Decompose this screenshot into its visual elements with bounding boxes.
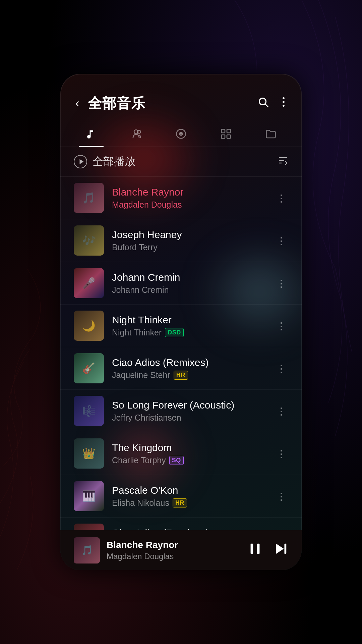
quality-badge: HR — [174, 371, 188, 380]
song-title: Ciao Adios (Remixes) — [112, 527, 266, 530]
artist-name: Jaqueline Stehr — [112, 370, 170, 380]
svg-rect-13 — [227, 135, 231, 139]
back-button[interactable]: ‹ — [74, 95, 81, 112]
svg-rect-19 — [257, 543, 260, 554]
song-title: Blanche Raynor — [112, 186, 266, 198]
song-more-button[interactable]: ⋮ — [275, 189, 288, 207]
song-more-button[interactable]: ⋮ — [275, 317, 288, 335]
svg-rect-10 — [222, 129, 225, 133]
now-playing-info: Blanche Raynor Magdalen Douglas — [107, 540, 241, 561]
playback-controls — [247, 541, 288, 560]
list-item[interactable]: 🎹 Pascale O'Kon Elisha Nikolaus HR ⋮ — [60, 475, 302, 518]
svg-marker-20 — [276, 543, 284, 554]
song-thumbnail: 🌙 — [74, 311, 104, 341]
thumb-icon: 🎹 — [74, 481, 104, 511]
svg-point-9 — [181, 133, 182, 135]
sort-button[interactable] — [278, 155, 288, 168]
play-all-button[interactable]: 全部播放 — [74, 154, 278, 169]
song-info: Johann Cremin Johann Cremin — [112, 272, 266, 295]
tab-artists[interactable] — [115, 123, 157, 147]
song-title: Johann Cremin — [112, 272, 266, 283]
song-list: 🎵 Blanche Raynor Magdalen Douglas ⋮ 🎶 Jo… — [60, 177, 302, 530]
song-info: Pascale O'Kon Elisha Nikolaus HR — [112, 485, 266, 508]
song-info: The Kingdom Charlie Torphy SQ — [112, 442, 266, 465]
song-info: So Long Forever (Acoustic) Jeffry Christ… — [112, 399, 266, 423]
thumb-icon: 🎺 — [74, 524, 104, 530]
song-info: Night Thinker Night Thinker DSD — [112, 314, 266, 337]
list-item[interactable]: 🌙 Night Thinker Night Thinker DSD ⋮ — [60, 305, 302, 347]
svg-point-4 — [283, 105, 285, 107]
song-thumbnail: 🎤 — [74, 268, 104, 298]
thumb-icon: 👑 — [74, 438, 104, 469]
song-more-button[interactable]: ⋮ — [275, 487, 288, 505]
song-thumbnail: 🎸 — [74, 353, 104, 383]
thumb-icon: 🎸 — [74, 353, 104, 383]
svg-rect-11 — [227, 129, 231, 133]
artist-name: Johann Cremin — [112, 285, 169, 295]
header: ‹ 全部音乐 — [60, 74, 302, 119]
song-more-button[interactable]: ⋮ — [275, 359, 288, 378]
pause-button[interactable] — [247, 541, 263, 560]
list-item[interactable]: 🎼 So Long Forever (Acoustic) Jeffry Chri… — [60, 390, 302, 432]
song-artist: Johann Cremin — [112, 285, 266, 295]
song-thumbnail: 👑 — [74, 438, 104, 469]
list-item[interactable]: 🎤 Johann Cremin Johann Cremin ⋮ — [60, 262, 302, 305]
quality-badge: HR — [173, 498, 187, 507]
svg-point-2 — [283, 97, 285, 99]
now-playing-thumbnail: 🎵 — [74, 537, 100, 564]
song-info: Ciao Adios (Remixes) Willis Osinski — [112, 527, 266, 530]
song-artist: Jeffry Christiansen — [112, 413, 266, 423]
song-info: Joseph Heaney Buford Terry — [112, 229, 266, 252]
song-artist: Buford Terry — [112, 243, 266, 252]
header-actions — [257, 96, 288, 111]
list-item[interactable]: 👑 The Kingdom Charlie Torphy SQ ⋮ — [60, 432, 302, 475]
tab-songs[interactable] — [70, 123, 112, 147]
song-thumbnail: 🎵 — [74, 183, 104, 213]
quality-badge: DSD — [165, 328, 184, 337]
song-artist: Elisha Nikolaus HR — [112, 498, 266, 508]
song-title: Night Thinker — [112, 314, 266, 326]
more-options-button[interactable] — [279, 96, 288, 111]
song-more-button[interactable]: ⋮ — [275, 231, 288, 250]
song-thumbnail: 🎹 — [74, 481, 104, 511]
svg-point-3 — [283, 101, 285, 103]
thumb-icon: 🌙 — [74, 311, 104, 341]
artist-name: Elisha Nikolaus — [112, 498, 169, 508]
list-item[interactable]: 🎵 Blanche Raynor Magdalen Douglas ⋮ — [60, 177, 302, 219]
thumb-icon: 🎶 — [74, 225, 104, 256]
song-thumbnail: 🎼 — [74, 396, 104, 426]
now-playing-artist: Magdalen Douglas — [107, 552, 241, 561]
tab-folders[interactable] — [250, 123, 292, 147]
list-item[interactable]: 🎺 Ciao Adios (Remixes) Willis Osinski ⋮ — [60, 518, 302, 530]
search-button[interactable] — [257, 96, 269, 111]
svg-rect-21 — [285, 543, 287, 554]
now-playing-bar[interactable]: 🎵 Blanche Raynor Magdalen Douglas — [60, 530, 302, 570]
nav-tabs — [60, 119, 302, 147]
tab-playlists[interactable] — [205, 123, 247, 147]
song-artist: Charlie Torphy SQ — [112, 455, 266, 465]
quality-badge: SQ — [169, 456, 184, 465]
artist-name: Night Thinker — [112, 328, 162, 337]
tab-albums[interactable] — [160, 123, 202, 147]
song-more-button[interactable]: ⋮ — [275, 402, 288, 420]
thumb-icon: 🎤 — [74, 268, 104, 298]
song-artist: Jaqueline Stehr HR — [112, 370, 266, 380]
artist-name: Magdalen Douglas — [112, 200, 182, 210]
artist-name: Buford Terry — [112, 243, 158, 252]
thumb-icon: 🎼 — [74, 396, 104, 426]
play-circle-icon — [74, 155, 87, 168]
svg-rect-18 — [251, 543, 253, 554]
song-info: Ciao Adios (Remixes) Jaqueline Stehr HR — [112, 357, 266, 380]
song-more-button[interactable]: ⋮ — [275, 444, 288, 463]
artist-name: Jeffry Christiansen — [112, 413, 181, 423]
list-item[interactable]: 🎶 Joseph Heaney Buford Terry ⋮ — [60, 219, 302, 262]
song-thumbnail: 🎺 — [74, 524, 104, 530]
song-more-button[interactable]: ⋮ — [275, 274, 288, 292]
svg-rect-12 — [222, 135, 225, 139]
song-info: Blanche Raynor Magdalen Douglas — [112, 186, 266, 210]
song-thumbnail: 🎶 — [74, 225, 104, 256]
list-item[interactable]: 🎸 Ciao Adios (Remixes) Jaqueline Stehr H… — [60, 347, 302, 390]
play-all-bar: 全部播放 — [60, 147, 302, 177]
skip-next-button[interactable] — [273, 541, 288, 560]
page-title: 全部音乐 — [88, 94, 251, 113]
